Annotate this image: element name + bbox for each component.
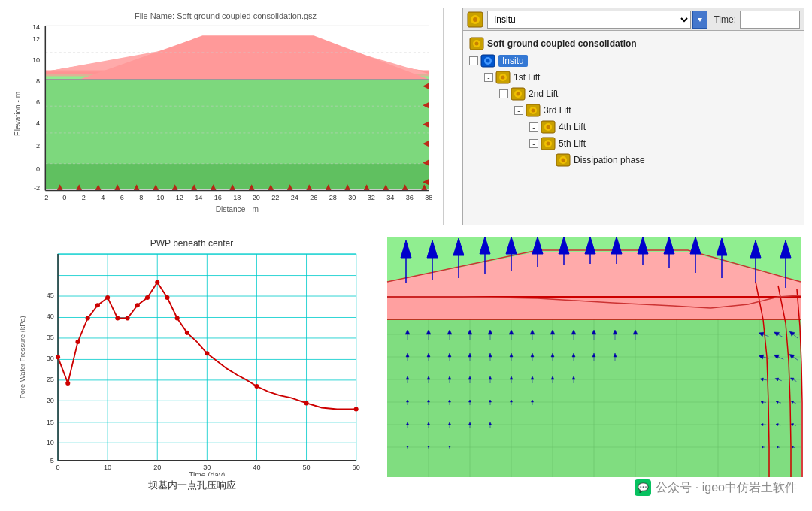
svg-text:0: 0 <box>56 464 59 471</box>
tree-item-3rd-lift[interactable]: - 3rd Lift <box>514 102 798 119</box>
svg-point-159 <box>205 351 209 355</box>
svg-point-148 <box>86 316 90 320</box>
svg-text:10: 10 <box>47 439 54 446</box>
insitu-icon <box>467 11 483 28</box>
dissipation-icon <box>556 153 571 167</box>
svg-text:Elevation - m: Elevation - m <box>14 92 22 136</box>
tree-item-1st-lift[interactable]: - 1st Lift <box>484 69 798 86</box>
svg-text:2: 2 <box>82 194 86 201</box>
svg-text:40: 40 <box>253 464 260 471</box>
svg-text:24: 24 <box>291 194 298 201</box>
svg-marker-82 <box>698 18 702 22</box>
svg-point-88 <box>486 59 490 63</box>
expand-4th-lift[interactable]: - <box>529 122 538 132</box>
tree-item-5th-lift[interactable]: - 5th Lift <box>529 135 798 152</box>
svg-point-106 <box>562 159 565 162</box>
svg-text:4: 4 <box>101 194 105 201</box>
svg-text:50: 50 <box>302 464 310 471</box>
tree-item-4th-lift[interactable]: - 4th Lift <box>529 119 798 135</box>
vector-field-panel <box>383 237 804 477</box>
svg-text:34: 34 <box>386 194 394 201</box>
svg-point-160 <box>254 384 259 389</box>
svg-text:45: 45 <box>47 292 54 299</box>
project-icon <box>469 37 484 50</box>
svg-text:14: 14 <box>195 194 202 201</box>
svg-text:12: 12 <box>32 35 40 43</box>
svg-text:30: 30 <box>47 355 54 362</box>
svg-text:60: 60 <box>353 464 360 471</box>
svg-text:20: 20 <box>253 194 260 201</box>
svg-text:28: 28 <box>329 194 337 201</box>
cross-section-panel: File Name: Soft ground coupled consolida… <box>8 8 444 225</box>
svg-point-91 <box>501 76 505 80</box>
chart-subtitle: 坝基内一点孔压响应 <box>8 476 376 492</box>
2nd-lift-label: 2nd Lift <box>529 89 558 99</box>
tree-item-insitu[interactable]: - Insitu <box>469 53 798 69</box>
dropdown-arrow-button[interactable] <box>692 11 707 29</box>
svg-point-153 <box>135 303 140 307</box>
svg-point-155 <box>155 280 159 285</box>
expand-3rd-lift[interactable]: - <box>514 106 523 115</box>
svg-point-161 <box>304 401 308 405</box>
svg-point-157 <box>175 316 180 320</box>
svg-text:4: 4 <box>36 119 40 127</box>
svg-text:8: 8 <box>36 77 40 85</box>
svg-point-147 <box>75 340 80 344</box>
cross-section-title: File Name: Soft ground coupled consolida… <box>8 8 443 22</box>
tree-content: Soft ground coupled consolidation - Insi… <box>463 31 804 172</box>
cross-section-diagram: -2 0 2 4 6 8 10 12 14 -2 0 2 4 6 8 10 12… <box>8 22 443 213</box>
svg-text:5: 5 <box>50 457 54 464</box>
insitu-tree-icon <box>480 54 495 68</box>
svg-text:26: 26 <box>310 194 317 201</box>
svg-text:2: 2 <box>36 142 40 150</box>
cross-section-svg: -2 0 2 4 6 8 10 12 14 -2 0 2 4 6 8 10 12… <box>8 22 443 213</box>
insitu-label[interactable]: Insitu <box>498 55 528 67</box>
dissipation-label: Dissipation phase <box>574 155 645 165</box>
2nd-lift-icon <box>511 87 526 101</box>
svg-text:Time (day): Time (day) <box>189 471 225 476</box>
svg-text:40: 40 <box>47 313 54 320</box>
svg-text:14: 14 <box>32 23 40 31</box>
svg-text:15: 15 <box>47 419 54 426</box>
5th-lift-label: 5th Lift <box>559 138 586 149</box>
3rd-lift-label: 3rd Lift <box>544 105 571 116</box>
svg-text:0: 0 <box>36 165 40 173</box>
project-title: Soft ground coupled consolidation <box>487 38 637 49</box>
expand-1st-lift[interactable]: - <box>484 73 493 82</box>
svg-text:10: 10 <box>104 464 111 471</box>
expand-2nd-lift[interactable]: - <box>499 89 508 98</box>
pwp-chart-title: PWP beneath center <box>8 237 376 250</box>
svg-text:35: 35 <box>47 334 54 341</box>
svg-text:6: 6 <box>120 194 124 201</box>
tree-item-dissipation[interactable]: Dissipation phase <box>544 152 798 168</box>
svg-point-81 <box>473 17 477 22</box>
svg-point-151 <box>115 316 120 320</box>
svg-text:10: 10 <box>32 56 40 64</box>
expand-5th-lift[interactable]: - <box>529 139 538 148</box>
expand-insitu[interactable]: - <box>469 56 478 65</box>
svg-text:0: 0 <box>62 194 66 201</box>
svg-text:20: 20 <box>47 397 54 404</box>
svg-text:10: 10 <box>156 194 164 201</box>
watermark-text: 公众号 · igeo中仿岩土软件 <box>656 480 797 496</box>
svg-text:Pore-Water Pressure (kPa): Pore-Water Pressure (kPa) <box>19 316 26 398</box>
svg-text:38: 38 <box>425 194 432 201</box>
wechat-icon: 💬 <box>635 479 651 496</box>
pwp-chart-panel: PWP beneath center <box>8 237 376 503</box>
time-input[interactable] <box>740 11 800 29</box>
pwp-chart-area: 5 10 15 20 25 30 35 40 45 0 10 20 30 40 … <box>8 250 376 476</box>
1st-lift-label: 1st Lift <box>514 72 540 83</box>
phase-dropdown[interactable]: Insitu 1st Lift 2nd Lift 3rd Lift 4th Li… <box>487 11 691 29</box>
watermark: 💬 公众号 · igeo中仿岩土软件 <box>635 479 797 496</box>
svg-point-149 <box>95 303 100 307</box>
svg-point-156 <box>165 295 169 300</box>
panel-header: Insitu 1st Lift 2nd Lift 3rd Lift 4th Li… <box>463 8 804 31</box>
svg-text:-2: -2 <box>42 194 48 201</box>
tree-item-2nd-lift[interactable]: - 2nd Lift <box>499 86 798 102</box>
svg-point-162 <box>354 407 359 411</box>
svg-point-145 <box>56 355 60 359</box>
svg-point-158 <box>185 331 189 335</box>
svg-point-85 <box>475 42 479 46</box>
vector-field-svg <box>383 237 804 477</box>
svg-text:36: 36 <box>406 194 414 201</box>
